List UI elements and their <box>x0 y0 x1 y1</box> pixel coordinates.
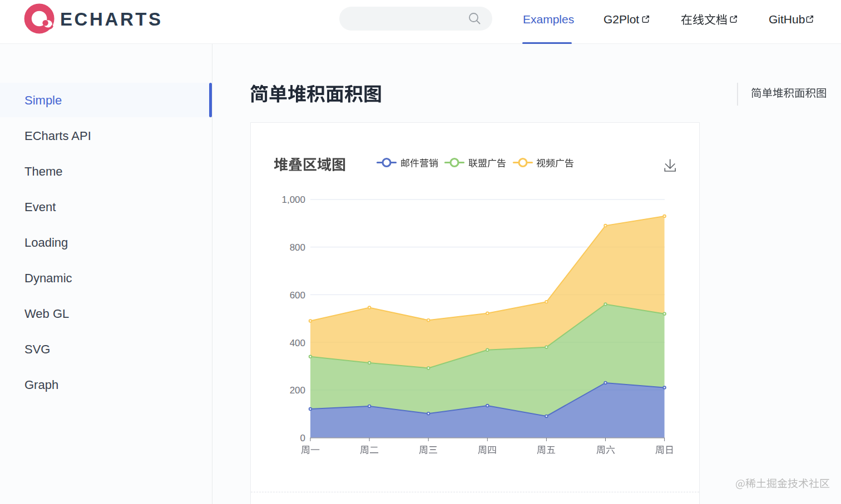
svg-text:400: 400 <box>290 338 305 348</box>
svg-text:600: 600 <box>290 290 305 301</box>
svg-text:800: 800 <box>290 242 305 253</box>
svg-text:1,000: 1,000 <box>281 194 305 205</box>
svg-text:200: 200 <box>290 385 305 396</box>
svg-text:0: 0 <box>300 433 305 443</box>
